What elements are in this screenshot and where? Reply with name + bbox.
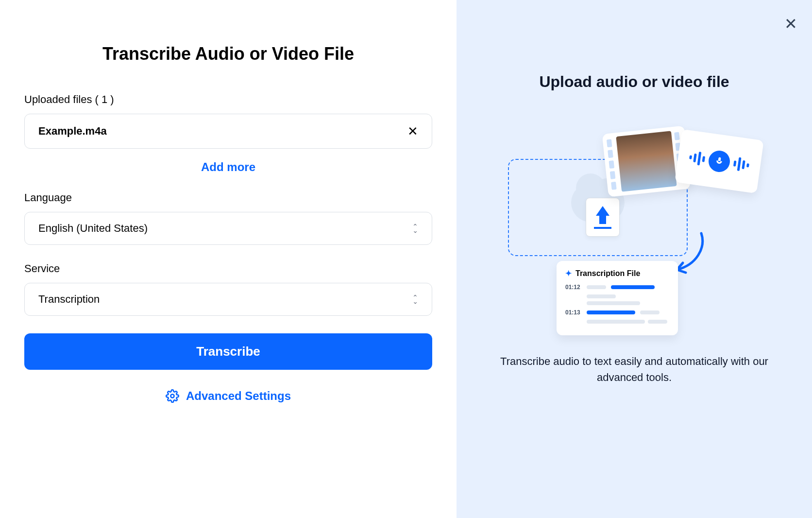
arrow-icon <box>672 231 711 279</box>
timestamp-2: 01:13 <box>565 309 582 316</box>
transcribe-button[interactable]: Transcribe <box>24 333 432 370</box>
language-value: English (United States) <box>38 222 148 235</box>
language-select[interactable]: English (United States) ⌃⌃ <box>24 212 432 245</box>
advanced-settings-label: Advanced Settings <box>186 389 291 403</box>
chevrons-icon: ⌃⌃ <box>412 296 418 303</box>
info-description: Transcribe audio to text easily and auto… <box>498 353 770 385</box>
uploaded-files-count: 1 <box>102 93 107 105</box>
service-value: Transcription <box>38 293 100 306</box>
transcription-card-icon: ✦ Transcription File 01:12 01:13 <box>557 261 678 335</box>
remove-file-icon[interactable]: ✕ <box>407 125 418 138</box>
transcription-file-label: Transcription File <box>575 269 640 278</box>
service-label: Service <box>24 262 432 275</box>
uploaded-files-label: Uploaded files ( 1 ) <box>24 93 432 106</box>
service-select[interactable]: Transcription ⌃⌃ <box>24 283 432 316</box>
audio-card-icon <box>675 129 764 194</box>
svg-point-0 <box>170 395 174 398</box>
file-name: Example.m4a <box>38 125 107 138</box>
uploaded-files-label-text: Uploaded files <box>24 93 92 105</box>
form-panel: Transcribe Audio or Video File Uploaded … <box>0 0 457 518</box>
uploaded-file-row: Example.m4a ✕ <box>24 114 432 149</box>
info-title: Upload audio or video file <box>539 73 729 91</box>
chevrons-icon: ⌃⌃ <box>412 225 418 232</box>
upload-card-icon <box>586 198 620 237</box>
add-more-button[interactable]: Add more <box>24 160 432 174</box>
gear-icon <box>166 389 179 403</box>
language-label: Language <box>24 191 432 204</box>
info-panel: ✕ Upload audio or video file ✦ <box>457 0 812 518</box>
illustration: ✦ Transcription File 01:12 01:13 <box>508 120 761 324</box>
microphone-icon <box>707 149 731 173</box>
close-icon[interactable]: ✕ <box>784 15 797 33</box>
page-title: Transcribe Audio or Video File <box>24 44 432 64</box>
advanced-settings-button[interactable]: Advanced Settings <box>24 389 432 403</box>
timestamp-1: 01:12 <box>565 284 582 291</box>
sparkle-icon: ✦ <box>565 269 572 278</box>
